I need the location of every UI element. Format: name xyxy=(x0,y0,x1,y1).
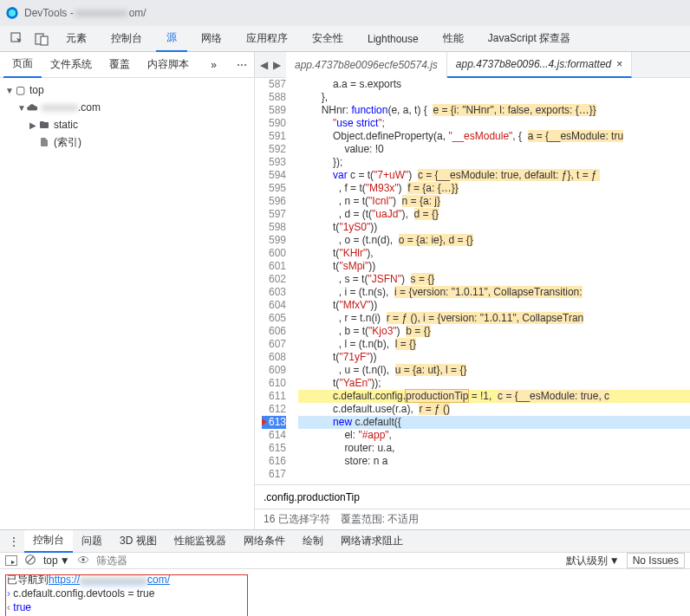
tree-static-label: static xyxy=(54,119,78,131)
drawer-tab-console[interactable]: 控制台 xyxy=(24,530,73,553)
console-nav-line: 已导航到https://xxxxxxxxxxxxxcom/ xyxy=(7,573,683,587)
drawer-tab-issues[interactable]: 问题 xyxy=(73,530,111,553)
chevron-right-icon: ▶ xyxy=(29,120,38,130)
console-sidebar-toggle-icon[interactable]: ▸ xyxy=(5,555,17,566)
log-level-selector[interactable]: 默认级别 ▼ xyxy=(566,554,620,568)
svg-point-1 xyxy=(9,10,16,16)
editor-panel: ◀ ▶ app.4737b8e0096ecfe50574.js app.4737… xyxy=(255,52,690,529)
close-icon[interactable]: × xyxy=(616,58,622,70)
tab-js-profiler[interactable]: JavaScript 探查器 xyxy=(478,26,581,52)
drawer-tab-reqblock[interactable]: 网络请求阻止 xyxy=(332,530,412,553)
tab-console[interactable]: 控制台 xyxy=(101,26,153,52)
console-filter-input[interactable] xyxy=(96,554,559,567)
context-selector[interactable]: top ▼ xyxy=(43,554,70,567)
console-output[interactable]: 已导航到https://xxxxxxxxxxxxxcom/ › c.defaul… xyxy=(0,569,690,616)
tab-sources[interactable]: 源 xyxy=(156,26,187,52)
tree-top[interactable]: ▼ ▢ top xyxy=(0,81,254,99)
live-expression-icon[interactable] xyxy=(77,554,89,568)
edge-browser-icon xyxy=(5,6,19,20)
drawer-tab-netcond[interactable]: 网络条件 xyxy=(235,530,294,553)
file-tab-0[interactable]: app.4737b8e0096ecfe50574.js xyxy=(286,52,447,78)
titlebar: DevTools - xxxxxxxxxx om/ xyxy=(0,0,690,26)
file-tabs: ◀ ▶ app.4737b8e0096ecfe50574.js app.4737… xyxy=(255,52,690,78)
cloud-icon xyxy=(26,101,38,113)
tree-static-folder[interactable]: ▶ static xyxy=(0,116,254,133)
tab-lighthouse[interactable]: Lighthouse xyxy=(357,26,429,52)
clear-console-icon[interactable] xyxy=(24,554,36,568)
file-tab-nav-left-icon[interactable]: ◀ xyxy=(260,59,268,71)
folder-icon xyxy=(38,119,50,131)
find-input[interactable] xyxy=(262,490,683,505)
file-tab-0-label: app.4737b8e0096ecfe50574.js xyxy=(295,59,438,71)
tree-domain[interactable]: ▼ xxxxxxx .com xyxy=(0,99,254,116)
svg-line-6 xyxy=(28,556,34,562)
tree-domain-suffix: .com xyxy=(78,101,101,113)
subtab-overflow-icon[interactable]: » xyxy=(204,59,224,71)
file-tree: ▼ ▢ top ▼ xxxxxxx .com ▶ static xyxy=(0,78,254,154)
window-title-suffix: om/ xyxy=(129,7,146,19)
frame-icon: ▢ xyxy=(14,84,26,96)
find-bar xyxy=(255,484,690,509)
file-tab-nav-right-icon[interactable]: ▶ xyxy=(273,59,281,71)
navigator-panel: 页面 文件系统 覆盖 内容脚本 » ⋯ ▼ ▢ top ▼ xxxxxxx .c… xyxy=(0,52,255,529)
chevron-down-icon: ▼ xyxy=(17,103,26,113)
subtab-page[interactable]: 页面 xyxy=(3,52,42,78)
tab-security[interactable]: 安全性 xyxy=(302,26,354,52)
tab-application[interactable]: 应用程序 xyxy=(236,26,298,52)
window-title-domain: xxxxxxxxxx xyxy=(75,7,127,19)
status-bar: 16 已选择字符 覆盖范围: 不适用 xyxy=(255,509,690,529)
tab-elements[interactable]: 元素 xyxy=(55,26,97,52)
tree-top-label: top xyxy=(29,84,44,96)
console-result-line: ‹ true xyxy=(7,600,683,614)
subtab-content-scripts[interactable]: 内容脚本 xyxy=(139,52,198,78)
file-tab-1-label: app.4737b8e0096...4.js:formatted xyxy=(456,58,611,70)
file-icon xyxy=(38,136,50,148)
subtab-more-icon[interactable]: ⋯ xyxy=(230,59,254,71)
tree-index-file[interactable]: (索引) xyxy=(0,133,254,151)
subtab-filesystem[interactable]: 文件系统 xyxy=(42,52,101,78)
status-coverage: 覆盖范围: 不适用 xyxy=(341,512,420,527)
subtab-overrides[interactable]: 覆盖 xyxy=(101,52,139,78)
drawer-tab-3dview[interactable]: 3D 视图 xyxy=(111,530,166,553)
main-tabs: 元素 控制台 源 网络 应用程序 安全性 Lighthouse 性能 JavaS… xyxy=(0,26,690,52)
tree-domain-blur: xxxxxxx xyxy=(42,101,78,113)
issues-button[interactable]: No Issues xyxy=(627,553,685,568)
console-drawer: ⋮ 控制台 问题 3D 视图 性能监视器 网络条件 绘制 网络请求阻止 ▸ to… xyxy=(0,529,690,616)
tab-performance[interactable]: 性能 xyxy=(433,26,474,52)
code-editor[interactable]: 5875885895905915925935945955965975985996… xyxy=(255,78,690,484)
inspect-element-icon[interactable] xyxy=(7,29,28,49)
svg-point-7 xyxy=(81,558,85,561)
drawer-menu-icon[interactable]: ⋮ xyxy=(3,535,24,548)
status-selection: 16 已选择字符 xyxy=(264,512,330,527)
svg-rect-4 xyxy=(41,36,48,45)
device-toolbar-icon[interactable] xyxy=(31,29,52,49)
console-input-line: › c.default.config.devtools = true xyxy=(7,587,683,600)
chevron-down-icon: ▼ xyxy=(5,86,14,95)
drawer-tab-perfmon[interactable]: 性能监视器 xyxy=(166,530,235,553)
console-nav-link[interactable]: https://xxxxxxxxxxxxxcom/ xyxy=(49,574,170,586)
window-title: DevTools - xyxy=(24,7,74,19)
tree-index-label: (索引) xyxy=(54,135,81,150)
drawer-tab-rendering[interactable]: 绘制 xyxy=(294,530,332,553)
file-tab-1[interactable]: app.4737b8e0096...4.js:formatted × xyxy=(447,52,632,78)
tab-network[interactable]: 网络 xyxy=(191,26,232,52)
